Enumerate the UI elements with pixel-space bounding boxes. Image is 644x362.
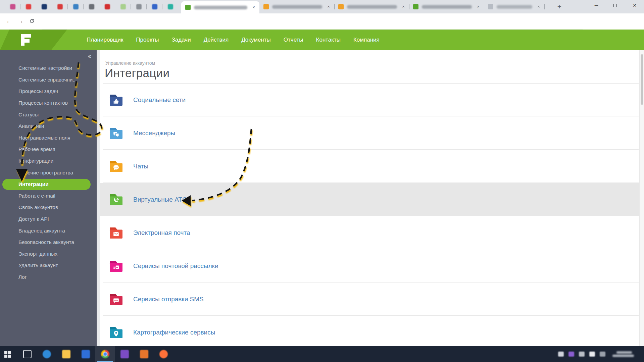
integration-link[interactable]: Мессенджеры bbox=[133, 130, 175, 137]
start-button[interactable] bbox=[0, 346, 15, 362]
integration-row[interactable]: Электронная почта bbox=[100, 216, 639, 249]
integration-link[interactable]: Электронная почта bbox=[133, 229, 190, 237]
sidebar-item[interactable]: Настраиваемые поля bbox=[0, 132, 97, 144]
sidebar-item[interactable]: Статусы bbox=[0, 109, 97, 120]
scrollbar-thumb[interactable] bbox=[641, 54, 643, 105]
main-menu-item[interactable]: Планировщик bbox=[87, 37, 123, 43]
taskbar-app-button[interactable] bbox=[56, 346, 76, 362]
pinned-tab[interactable] bbox=[36, 0, 52, 13]
tab-close-icon[interactable]: × bbox=[536, 4, 542, 10]
taskbar-app-button[interactable] bbox=[154, 346, 173, 362]
tab-close-icon[interactable]: × bbox=[251, 4, 257, 10]
taskbar-app-button[interactable] bbox=[95, 346, 115, 362]
main-menu-item[interactable]: Документы bbox=[241, 37, 271, 43]
integration-link[interactable]: Виртуальные АТС bbox=[133, 196, 187, 203]
integration-row[interactable]: Сервисы отправки SMS bbox=[100, 282, 639, 316]
taskbar-clock[interactable] bbox=[612, 350, 634, 358]
taskbar-app-button[interactable] bbox=[76, 346, 95, 362]
tray-icon[interactable] bbox=[579, 352, 585, 357]
show-desktop-button[interactable] bbox=[642, 346, 644, 362]
sidebar-item[interactable]: Безопасность аккаунта bbox=[0, 237, 97, 248]
pinned-tab[interactable] bbox=[68, 0, 84, 13]
pinned-tab[interactable] bbox=[99, 0, 115, 13]
sidebar-item[interactable]: Удалить аккаунт bbox=[0, 260, 97, 271]
integration-link[interactable]: Чаты bbox=[133, 163, 148, 170]
reload-button[interactable] bbox=[26, 13, 38, 30]
tab-title-blurred bbox=[347, 5, 397, 9]
content-scrollbar[interactable] bbox=[639, 50, 644, 346]
pinned-tab[interactable] bbox=[20, 0, 36, 13]
sidebar-item[interactable]: Связь аккаунтов bbox=[0, 202, 97, 213]
sidebar-item[interactable]: Конфигурации bbox=[0, 155, 97, 167]
tab-close-icon[interactable]: × bbox=[326, 4, 332, 10]
sidebar-item[interactable]: Системные справочни... bbox=[0, 74, 97, 86]
browser-tab[interactable]: × bbox=[334, 0, 409, 13]
integration-row[interactable]: Социальные сети bbox=[100, 83, 639, 116]
window-maximize-button[interactable] bbox=[607, 0, 623, 11]
planfix-logo[interactable] bbox=[0, 30, 70, 50]
main-menu-item[interactable]: Компания bbox=[353, 37, 380, 43]
tray-icon[interactable] bbox=[600, 352, 605, 357]
sidebar-item[interactable]: Аналитики bbox=[0, 120, 97, 132]
sidebar-item[interactable]: Рабочее время bbox=[0, 144, 97, 155]
sidebar-item[interactable]: Процессы контактов bbox=[0, 97, 97, 109]
pinned-tab[interactable] bbox=[84, 0, 99, 13]
integration-row[interactable]: Сервисы почтовой рассылки bbox=[100, 249, 639, 282]
new-tab-button[interactable]: + bbox=[554, 3, 564, 11]
sidebar-item[interactable]: Рабочие пространства bbox=[0, 167, 97, 178]
integration-row[interactable]: Чаты bbox=[100, 150, 639, 183]
sidebar-item[interactable]: Экспорт данных bbox=[0, 248, 97, 260]
pinned-tab[interactable] bbox=[147, 0, 162, 13]
pinned-tab[interactable] bbox=[52, 0, 68, 13]
browser-tab[interactable]: × bbox=[259, 0, 334, 13]
sidebar-item-label: Конфигурации bbox=[18, 158, 53, 164]
integration-link[interactable]: Социальные сети bbox=[133, 96, 186, 104]
pinned-tab[interactable] bbox=[131, 0, 147, 13]
sidebar-item[interactable]: Системные настройки bbox=[0, 62, 97, 74]
sidebar-item[interactable]: Работа с e-mail bbox=[0, 190, 97, 202]
sidebar-item[interactable]: Процессы задач bbox=[0, 86, 97, 97]
sidebar-item[interactable]: Владелец аккаунта bbox=[0, 225, 97, 237]
taskbar-app-icon bbox=[23, 350, 32, 358]
sidebar-item-label: Владелец аккаунта bbox=[18, 228, 65, 234]
integration-row[interactable]: Виртуальные АТС bbox=[100, 183, 639, 216]
main-menu-item[interactable]: Проекты bbox=[136, 37, 159, 43]
main-menu-item[interactable]: Задачи bbox=[172, 37, 191, 43]
main-menu-item[interactable]: Контакты bbox=[316, 37, 341, 43]
pinned-tab[interactable] bbox=[5, 0, 20, 13]
integration-link[interactable]: Сервисы отправки SMS bbox=[133, 296, 204, 303]
sidebar-item[interactable]: Доступ к API bbox=[0, 213, 97, 225]
sidebar-edge-strip bbox=[97, 50, 100, 346]
taskbar-app-button[interactable] bbox=[134, 346, 154, 362]
app-navbar: + Планировщик Проекты Задачи Действия До… bbox=[0, 30, 644, 50]
sidebar-collapse-button[interactable]: « bbox=[88, 52, 91, 60]
pinned-tab[interactable] bbox=[115, 0, 131, 13]
sidebar-item[interactable]: Лог bbox=[0, 271, 97, 283]
main-menu-item[interactable]: Действия bbox=[204, 37, 229, 43]
back-button[interactable]: ← bbox=[3, 13, 15, 30]
pinned-tab-favicon bbox=[168, 4, 173, 9]
window-minimize-button[interactable]: ─ bbox=[589, 0, 604, 11]
tray-icon[interactable] bbox=[568, 352, 574, 357]
tray-icon[interactable] bbox=[558, 352, 564, 357]
taskbar-app-button[interactable] bbox=[37, 346, 56, 362]
tray-icon[interactable] bbox=[589, 352, 595, 357]
window-close-button[interactable]: × bbox=[627, 0, 642, 11]
settings-sidebar: « Системные настройки Системные справочн… bbox=[0, 50, 97, 346]
main-menu-item[interactable]: Отчеты bbox=[284, 37, 303, 43]
sidebar-item[interactable]: Интеграции bbox=[0, 178, 97, 190]
tab-close-icon[interactable]: × bbox=[475, 4, 481, 10]
tab-close-icon[interactable]: × bbox=[400, 4, 406, 10]
browser-tab[interactable]: × bbox=[409, 0, 484, 13]
tab-title-blurred bbox=[497, 5, 532, 9]
taskbar-app-button[interactable] bbox=[115, 346, 134, 362]
browser-tab[interactable]: × bbox=[181, 1, 259, 13]
forward-button[interactable]: → bbox=[15, 13, 26, 30]
browser-tab[interactable]: × bbox=[484, 0, 544, 13]
taskbar-app-button[interactable] bbox=[17, 346, 37, 362]
pinned-tab[interactable] bbox=[162, 0, 178, 13]
integration-row[interactable]: Мессенджеры bbox=[100, 116, 639, 150]
integration-link[interactable]: Картографические сервисы bbox=[133, 329, 215, 336]
integration-link[interactable]: Сервисы почтовой рассылки bbox=[133, 262, 218, 270]
integration-row[interactable]: Картографические сервисы bbox=[100, 316, 639, 349]
